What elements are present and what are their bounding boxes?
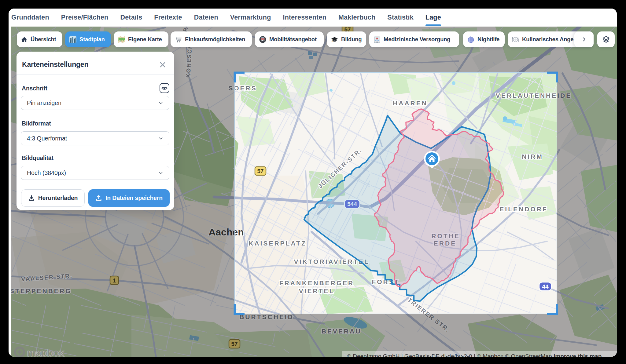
svg-text:mapbox: mapbox [27, 347, 64, 357]
svg-text:44: 44 [542, 283, 549, 290]
svg-text:EILENDORF: EILENDORF [499, 206, 547, 213]
svg-text:© DeepImmo GmbH | GeoBasis-DE: © DeepImmo GmbH | GeoBasis-DE dl-de/by-2… [347, 353, 602, 357]
svg-text:HAAREN: HAAREN [393, 100, 428, 107]
svg-text:VIERTEL: VIERTEL [299, 287, 335, 294]
svg-text:NIRM: NIRM [522, 153, 543, 160]
svg-text:57: 57 [257, 168, 263, 174]
svg-text:KAISERPLATZ: KAISERPLATZ [249, 240, 306, 247]
svg-text:FRANKENBERGER: FRANKENBERGER [279, 279, 354, 286]
